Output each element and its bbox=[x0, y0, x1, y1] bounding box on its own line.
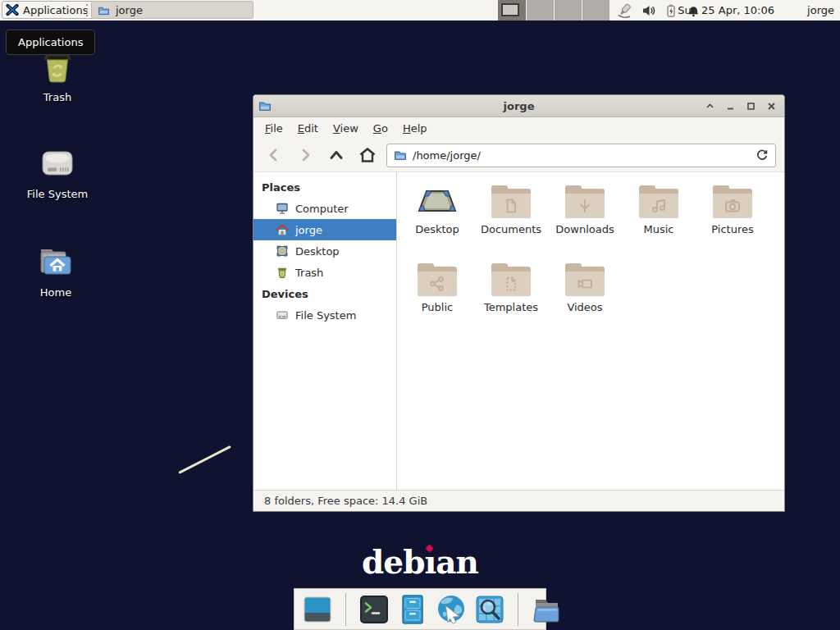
home-button[interactable] bbox=[352, 143, 383, 167]
computer-icon bbox=[276, 202, 289, 215]
sidebar-header-places: Places bbox=[253, 176, 396, 198]
battery-icon[interactable] bbox=[664, 3, 678, 18]
debian-logo-i: ı bbox=[424, 543, 436, 581]
trash-icon bbox=[276, 266, 289, 279]
workspace-switcher bbox=[498, 0, 609, 21]
path-folder-icon bbox=[394, 148, 407, 162]
file-item-downloads[interactable]: Downloads bbox=[548, 182, 622, 260]
back-button[interactable] bbox=[258, 143, 290, 167]
desktop-icon-trash[interactable]: Trash bbox=[16, 48, 98, 103]
stylus-icon[interactable] bbox=[616, 2, 634, 19]
web-browser-icon[interactable] bbox=[435, 593, 468, 626]
folder-icon bbox=[98, 4, 110, 16]
drive-icon bbox=[38, 144, 77, 184]
panel-grip-handle[interactable] bbox=[86, 4, 88, 16]
file-item-label: Pictures bbox=[711, 223, 753, 235]
reload-icon[interactable] bbox=[756, 148, 769, 162]
debian-logo-text: deb bbox=[362, 543, 424, 581]
window-titlebar[interactable]: jorge bbox=[253, 95, 784, 117]
panel-clock[interactable]: Sun 25 Apr, 10:06 bbox=[678, 0, 774, 21]
sidebar-item-label: Trash bbox=[295, 267, 323, 279]
panel-username[interactable]: jorge bbox=[807, 0, 834, 21]
file-item-public[interactable]: Public bbox=[400, 260, 474, 338]
folder-downloads-icon bbox=[565, 185, 605, 218]
window-content: Places Computer bbox=[253, 172, 784, 490]
sidebar-item-trash[interactable]: Trash bbox=[253, 262, 396, 283]
menu-edit[interactable]: Edit bbox=[290, 119, 326, 138]
workspace-4[interactable] bbox=[582, 0, 609, 21]
desktop-icon-label: Trash bbox=[43, 91, 71, 103]
file-item-label: Videos bbox=[567, 301, 602, 313]
shade-button[interactable] bbox=[701, 98, 718, 114]
show-desktop-icon[interactable] bbox=[301, 593, 334, 626]
taskbar-window-button[interactable]: jorge bbox=[91, 1, 253, 19]
path-bar[interactable]: /home/jorge/ bbox=[386, 144, 776, 167]
applications-menu-button[interactable]: Applications bbox=[2, 1, 94, 19]
file-cabinet-icon[interactable] bbox=[396, 593, 429, 626]
taskbar-window-label: jorge bbox=[116, 4, 143, 16]
maximize-button[interactable] bbox=[742, 98, 759, 114]
menu-view[interactable]: View bbox=[326, 119, 366, 138]
file-manager-window: jorge File Edit View Go Help bbox=[253, 94, 785, 512]
file-item-label: Documents bbox=[481, 223, 541, 235]
desktop-drawn-line bbox=[178, 445, 231, 474]
dock-separator bbox=[518, 593, 518, 626]
sidebar-item-file-system[interactable]: File System bbox=[253, 304, 396, 326]
sidebar: Places Computer bbox=[253, 172, 397, 490]
sidebar-item-label: jorge bbox=[295, 224, 322, 236]
applications-menu-label: Applications bbox=[23, 4, 88, 16]
home-icon bbox=[276, 223, 289, 236]
dock-separator bbox=[345, 593, 346, 626]
sidebar-item-jorge[interactable]: jorge bbox=[253, 219, 396, 240]
workspace-1[interactable] bbox=[498, 0, 526, 21]
sidebar-item-label: Desktop bbox=[295, 245, 340, 258]
folder-documents-icon bbox=[491, 185, 531, 218]
sidebar-header-devices: Devices bbox=[253, 283, 396, 304]
desktop-icon-label: File System bbox=[27, 188, 88, 200]
volume-icon[interactable] bbox=[641, 3, 656, 18]
file-item-desktop[interactable]: Desktop bbox=[400, 182, 474, 260]
folder-videos-icon bbox=[565, 263, 605, 296]
up-button[interactable] bbox=[321, 143, 352, 167]
forward-button[interactable] bbox=[290, 143, 321, 167]
debian-logo: debıan bbox=[362, 543, 478, 581]
close-button[interactable] bbox=[763, 98, 779, 114]
workspace-2[interactable] bbox=[526, 0, 554, 21]
menu-go[interactable]: Go bbox=[366, 119, 395, 138]
applications-tooltip: Applications bbox=[6, 30, 95, 55]
sidebar-item-label: File System bbox=[295, 309, 356, 322]
folder-public-icon bbox=[418, 263, 457, 296]
file-item-label: Music bbox=[644, 223, 674, 235]
home-folder-icon bbox=[36, 243, 75, 282]
workspace-3[interactable] bbox=[554, 0, 582, 21]
desktop-icon-home[interactable]: Home bbox=[15, 243, 97, 299]
desktop-icon bbox=[276, 244, 289, 258]
file-item-pictures[interactable]: Pictures bbox=[696, 182, 769, 260]
menu-file[interactable]: File bbox=[258, 119, 290, 138]
file-item-documents[interactable]: Documents bbox=[474, 182, 548, 260]
dock bbox=[294, 588, 546, 630]
file-item-label: Public bbox=[422, 301, 453, 313]
file-item-templates[interactable]: Templates bbox=[474, 260, 548, 338]
file-list: Desktop Documents Download bbox=[397, 172, 784, 490]
file-item-label: Templates bbox=[484, 301, 538, 313]
sidebar-item-computer[interactable]: Computer bbox=[253, 198, 396, 219]
app-finder-icon[interactable] bbox=[473, 593, 506, 626]
folder-pictures-icon bbox=[713, 185, 752, 218]
minimize-button[interactable] bbox=[722, 98, 738, 114]
folder-templates-icon bbox=[491, 263, 531, 296]
sidebar-item-desktop[interactable]: Desktop bbox=[253, 240, 396, 262]
path-input[interactable]: /home/jorge/ bbox=[413, 149, 750, 162]
menu-bar: File Edit View Go Help bbox=[253, 117, 784, 139]
desktop-icon-file-system[interactable]: File System bbox=[16, 144, 98, 200]
file-item-music[interactable]: Music bbox=[622, 182, 696, 260]
top-panel: Applications jorge bbox=[0, 0, 840, 21]
file-item-videos[interactable]: Videos bbox=[548, 260, 622, 338]
directory-menu-folder-icon[interactable] bbox=[530, 593, 563, 626]
debian-logo-text: an bbox=[436, 543, 478, 581]
status-bar: 8 folders, Free space: 14.4 GiB bbox=[253, 490, 784, 511]
terminal-icon[interactable] bbox=[358, 593, 390, 626]
file-item-label: Desktop bbox=[415, 223, 459, 235]
menu-help[interactable]: Help bbox=[395, 119, 435, 138]
desktop-special-icon bbox=[418, 185, 457, 218]
